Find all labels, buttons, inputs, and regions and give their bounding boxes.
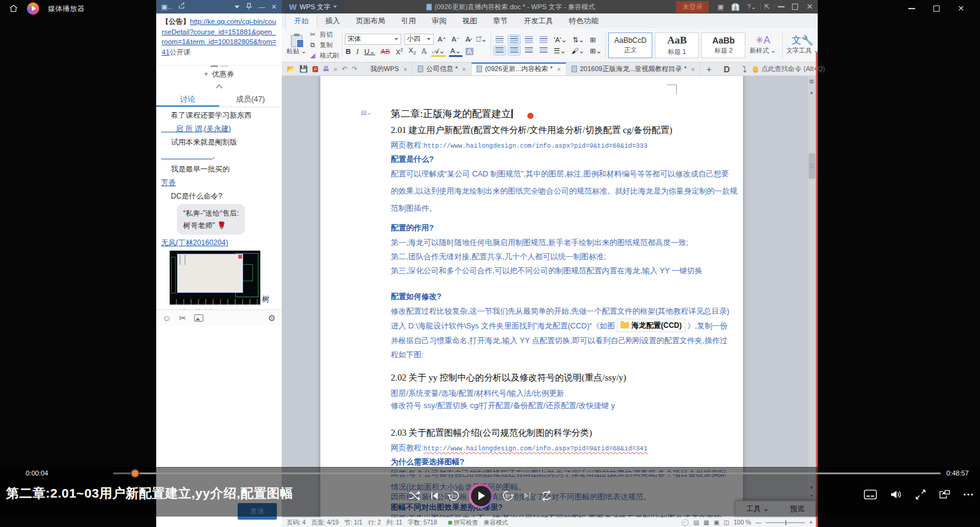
- shrink-font-button[interactable]: A⁻: [450, 35, 461, 44]
- help-icon[interactable]: ?⌄: [747, 3, 756, 11]
- wps-minimize-icon[interactable]: [778, 6, 785, 7]
- document-tab[interactable]: 201609正版海龙...堂视频教程目录 *×: [567, 63, 701, 75]
- zoom-in-icon[interactable]: +: [809, 519, 813, 526]
- font-name-select[interactable]: 宋体: [345, 34, 401, 45]
- ribbon-tab[interactable]: 特色功能: [561, 14, 606, 28]
- ribbon-tab[interactable]: 开始: [285, 13, 317, 28]
- feedback-icon[interactable]: ▣: [717, 3, 723, 11]
- repeat-off-icon[interactable]: [540, 490, 552, 501]
- document-tab[interactable]: 公司信息 *×: [413, 63, 472, 75]
- volume-icon[interactable]: [890, 489, 902, 500]
- ribbon-tab[interactable]: 页面布局: [348, 14, 393, 28]
- ribbon-tab[interactable]: 引用: [393, 14, 424, 28]
- italic-button[interactable]: I: [355, 48, 360, 55]
- home-icon[interactable]: [9, 4, 18, 13]
- wps-close-icon[interactable]: ×: [807, 4, 813, 10]
- tab-close-icon[interactable]: ×: [462, 66, 466, 73]
- paragraph-layout-button[interactable]: ☰⌄: [552, 47, 567, 55]
- chat-close-icon[interactable]: ✕: [271, 4, 277, 10]
- cad-screenshot-thumbnail[interactable]: [170, 251, 260, 305]
- pin-icon[interactable]: [246, 2, 252, 12]
- text-effects-button[interactable]: 𝔸: [420, 47, 428, 56]
- document-area[interactable]: ▤⌄ 第二章:正版海龙的配置建立 2.01 建立用户新配置(配置文件分析/文件用…: [282, 76, 818, 517]
- next-icon[interactable]: [522, 491, 532, 501]
- vertical-scrollbar[interactable]: ▥ ▲ ▼ ⏶ ● ⏷: [807, 76, 816, 517]
- paragraph-collapse-icon[interactable]: ▤⌄: [361, 109, 372, 116]
- wps-maximize-icon[interactable]: [792, 4, 798, 10]
- highlight-button[interactable]: 𝒜⌄: [431, 47, 447, 57]
- open-folder-icon[interactable]: 📂: [287, 66, 295, 72]
- align-right-button[interactable]: [523, 46, 535, 55]
- zoom-level[interactable]: 100 %: [734, 519, 751, 526]
- progress-track[interactable]: [113, 472, 941, 474]
- save-icon[interactable]: 💾: [300, 66, 308, 72]
- forward-30-icon[interactable]: 30: [501, 489, 514, 502]
- ribbon-tab[interactable]: 开发工具: [516, 14, 561, 28]
- image-icon[interactable]: [194, 314, 203, 322]
- style-body[interactable]: AaBbCcD正文: [608, 32, 652, 58]
- clear-format-button[interactable]: A̷: [464, 36, 472, 43]
- share-icon[interactable]: [178, 2, 186, 11]
- more-icon[interactable]: [963, 493, 974, 496]
- increase-indent-button[interactable]: [538, 35, 549, 44]
- format-painter-button[interactable]: ◢格式刷: [309, 51, 339, 60]
- ribbon-tab[interactable]: 审阅: [424, 14, 454, 28]
- table-grid-icon[interactable]: ⊞: [589, 36, 597, 44]
- tab-close-icon[interactable]: ×: [403, 66, 407, 73]
- zoom-slider[interactable]: [766, 522, 805, 523]
- minimize-icon[interactable]: [908, 8, 915, 9]
- previous-icon[interactable]: [429, 491, 439, 501]
- view-fullscreen-icon[interactable]: ◫: [723, 519, 729, 526]
- maximize-icon[interactable]: [933, 6, 940, 12]
- login-button[interactable]: 未登录: [676, 1, 709, 13]
- reading-layout-icon[interactable]: ▥: [807, 76, 816, 84]
- underline-button[interactable]: U⌄: [363, 47, 377, 56]
- line-spacing-button[interactable]: ⇅⌄: [571, 36, 586, 44]
- tutorial-url-333[interactable]: http://www.hailongdesign.com/info.aspx?p…: [423, 142, 647, 150]
- export-pdf-icon[interactable]: 🅿: [312, 66, 318, 72]
- tab-members[interactable]: 成员(47): [219, 93, 282, 107]
- skin-icon[interactable]: 👔: [731, 3, 740, 11]
- chevron-down-icon[interactable]: [235, 6, 239, 9]
- scroll-up-arrow[interactable]: ▲: [807, 90, 816, 94]
- align-left-button[interactable]: [494, 46, 505, 55]
- decrease-indent-button[interactable]: [523, 35, 535, 44]
- mini-player-icon[interactable]: [939, 490, 950, 499]
- play-button[interactable]: [469, 483, 493, 508]
- shuffle-icon[interactable]: [408, 490, 421, 501]
- paste-button[interactable]: 粘贴 ⌄: [284, 30, 309, 60]
- view-outline-icon[interactable]: ▦: [703, 519, 709, 526]
- shading-button[interactable]: 🖌⌄: [570, 47, 586, 55]
- docer-icon[interactable]: D: [718, 64, 736, 74]
- collapse-chevron[interactable]: [156, 83, 282, 93]
- view-page-icon[interactable]: ▤: [693, 519, 699, 526]
- text-tool-button[interactable]: 文🔧文字工具 ⌄: [785, 30, 818, 60]
- new-tab-button[interactable]: +: [700, 64, 717, 74]
- chat-minimize-icon[interactable]: —: [258, 4, 265, 10]
- grow-font-button[interactable]: A⁺: [437, 35, 448, 44]
- scrollbar-thumb[interactable]: [809, 153, 815, 179]
- ribbon-tab[interactable]: 插入: [317, 14, 348, 28]
- cut-button[interactable]: ✂剪切: [309, 31, 339, 39]
- coupon-button[interactable]: +优惠券: [156, 65, 282, 83]
- video-frame[interactable]: ▣‥ — ✕ 【公告】http://ke.qq.com/cgi-bin/cour…: [156, 0, 818, 527]
- document-tab[interactable]: 我的WPS×: [362, 63, 413, 75]
- document-page[interactable]: ▤⌄ 第二章:正版海龙的配置建立 2.01 建立用户新配置(配置文件分析/文件用…: [320, 76, 743, 517]
- strikethrough-button[interactable]: AB: [380, 48, 391, 55]
- fullscreen-icon[interactable]: [915, 489, 926, 500]
- subscript-button[interactable]: X2: [407, 47, 417, 56]
- close-icon[interactable]: ×: [958, 6, 964, 12]
- screenshot-icon[interactable]: ✂: [179, 313, 186, 323]
- char-scale-button[interactable]: 'A'⌄: [552, 36, 568, 44]
- new-style-button[interactable]: ✳A新样式 ⌄: [745, 30, 780, 60]
- borders-button[interactable]: ⊞⌄: [589, 47, 603, 55]
- font-size-select[interactable]: 小四: [404, 34, 434, 45]
- tutorial-url-341[interactable]: http://www.hailongdesign.com/info.aspx?p…: [423, 445, 647, 452]
- bold-button[interactable]: B: [345, 48, 352, 55]
- history-icon[interactable]: 🕘: [682, 519, 689, 526]
- tab-close-icon[interactable]: ×: [557, 66, 560, 73]
- print-preview-icon[interactable]: ⌕: [334, 66, 337, 72]
- redo-icon[interactable]: ↷: [352, 66, 357, 72]
- superscript-button[interactable]: X2: [394, 47, 404, 56]
- ribbon-tab[interactable]: 视图: [454, 14, 485, 28]
